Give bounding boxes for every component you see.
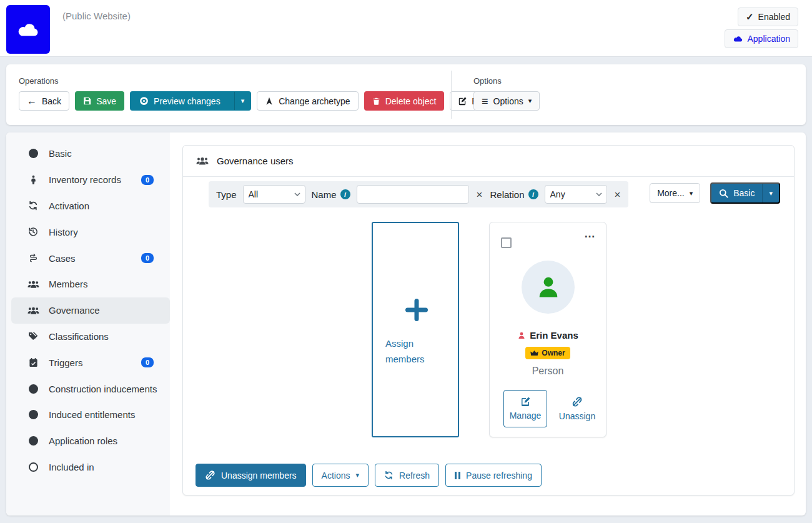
more-filters-button[interactable]: More... ▾ xyxy=(650,183,700,203)
actions-dropdown-button[interactable]: Actions ▾ xyxy=(312,464,369,487)
owner-badge-label: Owner xyxy=(542,349,565,357)
cloud-icon xyxy=(733,35,743,42)
sidebar-item-governance[interactable]: Governance xyxy=(11,297,170,324)
sidebar-item-members[interactable]: Members xyxy=(11,271,170,297)
preview-changes-button[interactable]: Preview changes ▾ xyxy=(130,91,251,111)
sidebar-item-included-in[interactable]: Included in xyxy=(11,454,170,481)
sidebar-item-construction-inducements[interactable]: Construction inducements xyxy=(11,376,170,402)
assign-members-label: Assign members xyxy=(385,336,448,367)
unassign-members-label: Unassign members xyxy=(221,471,297,481)
panel-title: Governance users xyxy=(217,156,294,166)
sidebar-item-application-roles[interactable]: Application roles xyxy=(11,428,170,454)
panel-bottom-toolbar: Unassign members Actions ▾ Refresh Pause… xyxy=(196,464,542,487)
calendar-check-icon xyxy=(26,357,41,367)
sidebar-item-inventory-records[interactable]: Inventory records 0 xyxy=(11,167,170,193)
name-search-input[interactable] xyxy=(357,185,469,204)
circle-icon xyxy=(26,410,41,419)
manage-label: Manage xyxy=(510,411,542,421)
tags-icon xyxy=(26,331,41,341)
change-archetype-label: Change archetype xyxy=(279,96,350,106)
caret-down-icon: ▾ xyxy=(690,190,693,197)
caret-down-icon: ▾ xyxy=(356,472,360,479)
member-name-row: Erin Evans xyxy=(490,330,606,341)
delete-object-button[interactable]: Delete object xyxy=(364,91,445,111)
details-sidebar: Basic Inventory records 0 Activation His… xyxy=(6,132,170,516)
member-card: … Erin Evans Owner Pers xyxy=(489,222,607,437)
member-type-label: Person xyxy=(490,366,606,377)
caret-down-icon: ▾ xyxy=(769,190,773,197)
clear-relation-icon[interactable]: × xyxy=(613,189,622,200)
count-badge: 0 xyxy=(141,175,154,185)
relation-select[interactable]: Any xyxy=(545,185,607,204)
more-filters-label: More... xyxy=(657,188,685,198)
enabled-status-label: Enabled xyxy=(758,12,790,22)
count-badge: 0 xyxy=(141,253,154,263)
relation-filter-label: Relation xyxy=(490,189,524,200)
users-icon xyxy=(26,306,41,315)
owner-role-badge: Owner xyxy=(525,347,570,359)
manage-button[interactable]: Manage xyxy=(503,390,547,427)
save-button[interactable]: Save xyxy=(75,91,124,111)
person-icon xyxy=(517,331,526,340)
arrow-left-icon: ← xyxy=(27,96,37,106)
case-flow-icon xyxy=(26,253,41,263)
back-button[interactable]: ← Back xyxy=(19,91,69,111)
options-button-label: Options xyxy=(493,96,523,106)
enabled-status-button[interactable]: ✓ Enabled xyxy=(738,7,798,26)
search-mode-label: Basic xyxy=(733,188,755,198)
search-icon xyxy=(719,189,728,198)
avatar xyxy=(522,261,575,314)
save-label: Save xyxy=(96,96,116,106)
preview-dropdown-toggle[interactable]: ▾ xyxy=(234,92,251,110)
card-menu-icon[interactable]: … xyxy=(584,227,596,241)
sidebar-item-triggers[interactable]: Triggers 0 xyxy=(11,349,170,376)
member-card-actions: Manage Unassign xyxy=(503,390,601,427)
caret-down-icon: ▾ xyxy=(528,97,532,104)
options-section-label: Options xyxy=(473,76,502,86)
sidebar-item-classifications[interactable]: Classifications xyxy=(11,324,170,350)
name-filter-label: Name xyxy=(312,189,337,200)
unassign-button[interactable]: Unassign xyxy=(553,390,601,427)
object-subtitle: (Public Website) xyxy=(62,11,131,21)
search-mode-dropdown-toggle[interactable]: ▾ xyxy=(762,184,779,202)
history-clock-icon xyxy=(26,227,41,237)
pause-icon xyxy=(455,472,460,479)
sidebar-item-induced-entitlements[interactable]: Induced entitlements xyxy=(11,402,170,428)
assign-members-card[interactable]: Assign members xyxy=(372,222,459,437)
unassign-members-button[interactable]: Unassign members xyxy=(196,464,306,487)
operations-toolbar-card: Operations ← Back Save Preview changes ▾ xyxy=(6,64,806,125)
refresh-button[interactable]: Refresh xyxy=(375,464,439,487)
app-logo xyxy=(6,5,50,54)
hamburger-icon: ≡ xyxy=(482,96,488,107)
link-slash-icon xyxy=(205,470,215,481)
count-badge: 0 xyxy=(141,357,154,367)
save-icon xyxy=(83,97,91,105)
object-details-card: Basic Inventory records 0 Activation His… xyxy=(6,132,806,516)
users-icon xyxy=(26,280,41,289)
users-icon xyxy=(195,156,210,166)
trash-icon xyxy=(372,97,380,106)
clear-name-icon[interactable]: × xyxy=(475,189,484,200)
search-mode-button[interactable]: Basic ▾ xyxy=(710,182,780,204)
pause-refreshing-button[interactable]: Pause refreshing xyxy=(445,464,542,487)
sidebar-item-history[interactable]: History xyxy=(11,219,170,245)
type-select[interactable]: All xyxy=(243,185,305,204)
refresh-label: Refresh xyxy=(399,471,430,481)
panel-header: Governance users xyxy=(183,146,794,177)
circle-icon xyxy=(26,436,41,446)
info-icon[interactable]: i xyxy=(528,189,538,199)
archetype-button[interactable]: Application xyxy=(725,29,799,48)
options-dropdown-button[interactable]: ≡ Options ▾ xyxy=(473,91,540,111)
info-icon[interactable]: i xyxy=(340,189,350,199)
delete-object-label: Delete object xyxy=(385,96,437,106)
change-archetype-button[interactable]: Change archetype xyxy=(257,91,358,111)
sidebar-item-basic[interactable]: Basic xyxy=(11,141,170,167)
member-select-checkbox[interactable] xyxy=(501,237,512,248)
sidebar-item-cases[interactable]: Cases 0 xyxy=(11,245,170,271)
operations-section-label: Operations xyxy=(19,76,59,86)
back-label: Back xyxy=(42,96,61,106)
recycle-icon xyxy=(26,201,41,211)
sidebar-item-activation[interactable]: Activation xyxy=(11,193,170,219)
unassign-label: Unassign xyxy=(559,411,595,421)
refresh-icon xyxy=(384,471,394,480)
